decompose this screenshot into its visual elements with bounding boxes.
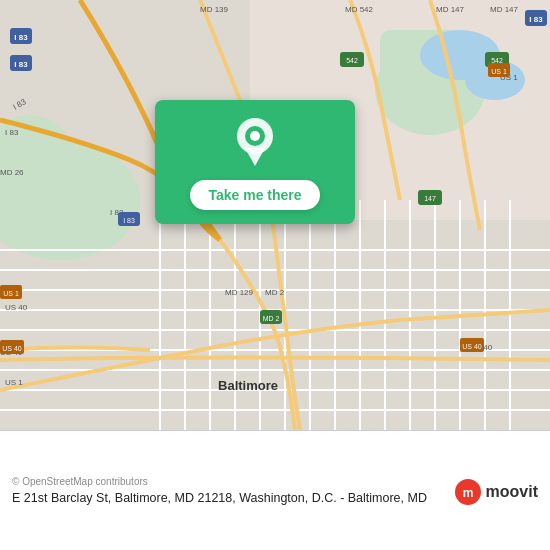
svg-text:US 40: US 40 (462, 343, 482, 350)
map-container: I 83 I 83 I 83 MD 542 MD 139 MD 147 MD 1… (0, 0, 550, 430)
map-pin-icon (235, 118, 275, 166)
svg-text:US 1: US 1 (3, 290, 19, 297)
pin-icon-wrap (235, 118, 275, 170)
info-bar: © OpenStreetMap contributors E 21st Barc… (0, 430, 550, 550)
moovit-brand-icon: m (454, 478, 482, 506)
svg-text:542: 542 (346, 57, 358, 64)
svg-text:m: m (462, 486, 473, 500)
address-text: E 21st Barclay St, Baltimore, MD 21218, … (12, 490, 444, 508)
svg-text:MD 26: MD 26 (0, 168, 24, 177)
svg-text:542: 542 (491, 57, 503, 64)
svg-text:US 40: US 40 (2, 345, 22, 352)
take-me-there-button[interactable]: Take me there (190, 180, 319, 210)
svg-text:MD 2: MD 2 (263, 315, 280, 322)
svg-text:MD 147: MD 147 (436, 5, 465, 14)
svg-point-75 (250, 131, 260, 141)
moovit-logo: m moovit (454, 478, 538, 506)
svg-text:US 40: US 40 (5, 303, 28, 312)
info-text: © OpenStreetMap contributors E 21st Barc… (12, 476, 444, 508)
app-container: I 83 I 83 I 83 MD 542 MD 139 MD 147 MD 1… (0, 0, 550, 550)
svg-text:MD 2: MD 2 (265, 288, 285, 297)
moovit-brand-label: moovit (486, 483, 538, 501)
svg-text:I 83: I 83 (529, 15, 543, 24)
svg-text:MD 147: MD 147 (490, 5, 519, 14)
svg-text:Baltimore: Baltimore (218, 378, 278, 393)
copyright-text: © OpenStreetMap contributors (12, 476, 444, 487)
svg-text:MD 542: MD 542 (345, 5, 374, 14)
svg-text:I 83: I 83 (14, 33, 28, 42)
location-card: Take me there (155, 100, 355, 224)
svg-text:MD 139: MD 139 (200, 5, 229, 14)
svg-marker-76 (245, 148, 265, 166)
svg-text:147: 147 (424, 195, 436, 202)
svg-text:US 1: US 1 (491, 68, 507, 75)
svg-text:I 83: I 83 (14, 60, 28, 69)
svg-text:I 83: I 83 (5, 128, 19, 137)
svg-text:I 83: I 83 (123, 217, 135, 224)
svg-text:MD 129: MD 129 (225, 288, 254, 297)
svg-text:US 1: US 1 (5, 378, 23, 387)
